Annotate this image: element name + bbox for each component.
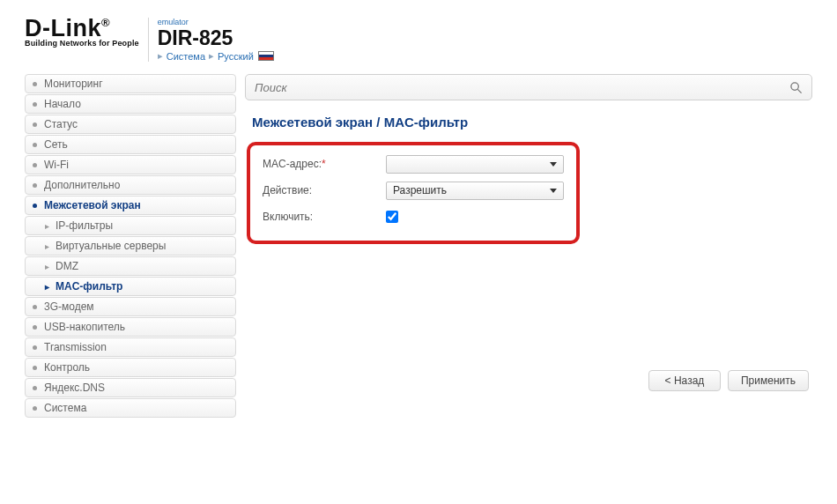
sidebar-item-yandex-dns[interactable]: Яндекс.DNS	[25, 378, 236, 397]
dot-icon	[33, 386, 37, 390]
main-content: Межсетевой экран / MAC-фильтр MAC-адрес:…	[245, 74, 812, 419]
dot-icon	[33, 345, 37, 350]
breadcrumb: ▸ Система ▸ Русский	[158, 50, 274, 62]
enable-label: Включить:	[263, 211, 386, 223]
sidebar-item-label: Виртуальные серверы	[56, 240, 166, 252]
sidebar: Мониторинг Начало Статус Сеть Wi-Fi Допо…	[25, 74, 236, 419]
dot-icon	[33, 82, 37, 86]
sidebar-item-usb[interactable]: USB-накопитель	[25, 317, 236, 337]
apply-button[interactable]: Применить	[728, 370, 809, 391]
dot-icon	[33, 183, 37, 188]
sidebar-item-label: 3G-модем	[44, 300, 94, 313]
sidebar-item-advanced[interactable]: Дополнительно	[25, 175, 236, 195]
dot-icon	[33, 325, 37, 330]
sidebar-item-system[interactable]: Система	[25, 398, 236, 418]
dot-icon	[33, 406, 37, 411]
sidebar-item-label: DMZ	[56, 260, 78, 272]
sidebar-item-label: IP-фильтры	[56, 219, 113, 232]
sidebar-item-label: Wi-Fi	[44, 159, 69, 171]
sidebar-sub-ip-filters[interactable]: ▸IP-фильтры	[25, 216, 236, 235]
chevron-right-icon: ▸	[45, 221, 49, 231]
sidebar-item-label: Начало	[44, 98, 81, 110]
sidebar-item-monitoring[interactable]: Мониторинг	[25, 74, 236, 93]
sidebar-item-firewall[interactable]: Межсетевой экран	[25, 196, 236, 215]
sidebar-sub-dmz[interactable]: ▸DMZ	[25, 256, 236, 276]
sidebar-sub-mac-filter[interactable]: ▸MAC-фильтр	[25, 277, 236, 296]
action-select[interactable]: Разрешить	[386, 182, 564, 200]
dot-icon	[33, 122, 37, 127]
search-input[interactable]	[255, 81, 789, 94]
chevron-right-icon: ▸	[45, 262, 49, 271]
emulator-label: emulator	[158, 18, 274, 26]
footer-buttons: < Назад Применить	[648, 370, 809, 391]
mac-address-select[interactable]	[386, 155, 564, 174]
sidebar-item-wifi[interactable]: Wi-Fi	[25, 155, 236, 174]
sidebar-item-label: Дополнительно	[44, 179, 120, 191]
dot-icon	[33, 366, 37, 370]
chevron-down-icon	[550, 162, 557, 167]
chevron-right-icon: ▸	[45, 282, 49, 292]
brand-name: D-Link®	[25, 18, 139, 39]
dot-icon	[33, 163, 37, 167]
sidebar-item-label: Система	[44, 402, 86, 414]
flag-ru-icon	[258, 51, 274, 61]
dot-icon	[33, 102, 37, 107]
sidebar-sub-virtual-servers[interactable]: ▸Виртуальные серверы	[25, 236, 236, 256]
model-name: DIR-825	[158, 26, 274, 50]
sidebar-item-label: MAC-фильтр	[56, 280, 122, 293]
sidebar-item-label: Сеть	[44, 138, 68, 151]
brand-tagline: Building Networks for People	[25, 39, 139, 48]
svg-point-0	[791, 82, 798, 89]
sidebar-item-3g[interactable]: 3G-модем	[25, 297, 236, 316]
sidebar-item-label: Статус	[44, 118, 78, 130]
action-value: Разрешить	[393, 184, 447, 196]
chevron-right-icon: ▸	[209, 50, 214, 62]
sidebar-item-label: Transmission	[44, 341, 107, 353]
breadcrumb-system[interactable]: Система	[167, 51, 205, 62]
enable-checkbox[interactable]	[386, 211, 398, 223]
dot-icon	[33, 143, 37, 147]
sidebar-item-start[interactable]: Начало	[25, 94, 236, 114]
chevron-right-icon: ▸	[158, 50, 163, 62]
sidebar-item-status[interactable]: Статус	[25, 115, 236, 134]
page-title: Межсетевой экран / MAC-фильтр	[245, 115, 812, 130]
sidebar-item-label: USB-накопитель	[44, 321, 125, 333]
logo: D-Link® Building Networks for People	[25, 18, 139, 48]
model-block: emulator DIR-825 ▸ Система ▸ Русский	[148, 18, 274, 62]
back-button[interactable]: < Назад	[648, 370, 721, 391]
sidebar-item-label: Межсетевой экран	[44, 199, 141, 211]
sidebar-item-transmission[interactable]: Transmission	[25, 337, 236, 357]
sidebar-item-label: Контроль	[44, 361, 90, 374]
svg-line-1	[797, 89, 801, 93]
search-bar	[245, 74, 812, 100]
chevron-down-icon	[550, 189, 557, 193]
sidebar-item-label: Мониторинг	[44, 78, 103, 90]
action-label: Действие:	[263, 184, 386, 196]
dot-icon	[33, 204, 37, 208]
header: D-Link® Building Networks for People emu…	[25, 18, 812, 70]
sidebar-item-label: Яндекс.DNS	[44, 382, 105, 394]
search-icon[interactable]	[789, 81, 803, 94]
highlighted-form: MAC-адрес:* Действие: Разрешить Включить…	[247, 142, 580, 244]
chevron-right-icon: ▸	[45, 241, 49, 251]
dot-icon	[33, 305, 37, 309]
breadcrumb-language[interactable]: Русский	[218, 51, 254, 62]
sidebar-item-control[interactable]: Контроль	[25, 358, 236, 377]
sidebar-item-network[interactable]: Сеть	[25, 135, 236, 154]
mac-address-label: MAC-адрес:*	[263, 158, 386, 170]
